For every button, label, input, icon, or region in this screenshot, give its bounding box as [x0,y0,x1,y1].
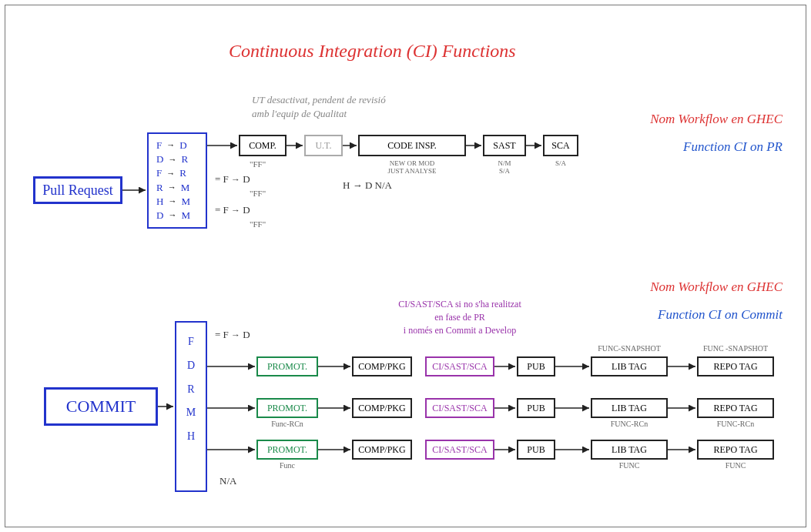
pr-h-row: H → D N/A [343,179,392,192]
commit-label: COMMIT [66,396,136,417]
pr-eq-1-ff: "FF" [250,189,266,198]
commit-r2-repotag-sub: FUNC-RCn [697,420,774,428]
commit-side-title: Nom Workflow en GHEC [650,279,783,295]
pr-step-ci-sub: NEW OR MOD JUST ANALYSE [358,159,466,175]
pr-side-func: Function CI on PR [683,139,783,155]
commit-r2-comppkg: COMP/PKG [352,398,412,418]
pr-step-sca-sub: S/A [543,159,578,167]
pr-side-title: Nom Workflow en GHEC [650,112,783,127]
commit-r3-libtag: LIB TAG [591,440,668,460]
pr-ut-note: UT desactivat, pendent de revisió amb l'… [252,93,437,121]
pr-eq-2-ff: "FF" [250,219,266,229]
commit-r3-promot-sub: Func [256,461,318,470]
commit-r3-pub: PUB [517,440,555,460]
pr-label: Pull Request [42,182,113,199]
diagram-canvas: Continuous Integration (CI) Functions Pu… [5,5,806,527]
diagram-title: Continuous Integration (CI) Functions [229,41,516,62]
pr-step-ci: CODE INSP. [358,135,466,156]
pr-eq-2: = F → D [215,204,250,216]
commit-eq: = F → D [215,329,250,341]
commit-branch-box: F D R M H [175,321,207,492]
commit-r2-promot-sub: Func-RCn [256,420,318,428]
commit-r2-pub: PUB [517,398,555,418]
commit-r3-cisast: CI/SAST/SCA [425,440,494,460]
pr-step-ut: U.T. [304,135,343,156]
commit-r1-repotag: REPO TAG [697,356,774,376]
commit-r2-promot: PROMOT. [256,398,318,418]
commit-r1-libtag-sub: FUNC-SNAPSHOT [591,344,668,353]
commit-h-na: N/A [220,475,236,487]
commit-r3-promot: PROMOT. [256,440,318,460]
commit-r1-promot: PROMOT. [256,356,318,376]
commit-r1-cisast: CI/SAST/SCA [425,356,494,376]
commit-r1-comppkg: COMP/PKG [352,356,412,376]
commit-r2-libtag-sub: FUNC-RCn [591,420,668,428]
commit-r2-repotag: REPO TAG [697,398,774,418]
commit-side-func: Function CI on Commit [658,307,783,323]
pr-step-sca: SCA [543,135,578,156]
commit-box: COMMIT [44,387,158,426]
pr-branch-box: F→D D→R F→R R→M H→M D→M [147,132,207,229]
commit-r3-repotag: REPO TAG [697,440,774,460]
pr-eq-1: = F → D [215,173,250,186]
commit-r3-repotag-sub: FUNC [697,461,774,470]
commit-r3-comppkg: COMP/PKG [352,440,412,460]
pr-step-sast: SAST [483,135,526,156]
commit-r3-libtag-sub: FUNC [591,461,668,470]
pr-step-comp-sub: "FF" [250,159,266,169]
commit-r2-libtag: LIB TAG [591,398,668,418]
pr-step-comp: COMP. [239,135,287,156]
commit-r1-pub: PUB [517,356,555,376]
commit-r1-repotag-sub: FUNC -SNAPSHOT [697,344,774,353]
commit-r1-libtag: LIB TAG [591,356,668,376]
pr-box: Pull Request [33,176,122,204]
commit-note-purple: CI/SAST/SCA si no s'ha realitzat en fase… [379,298,541,336]
commit-r2-cisast: CI/SAST/SCA [425,398,494,418]
pr-step-sast-sub: N/M S/A [483,159,526,175]
